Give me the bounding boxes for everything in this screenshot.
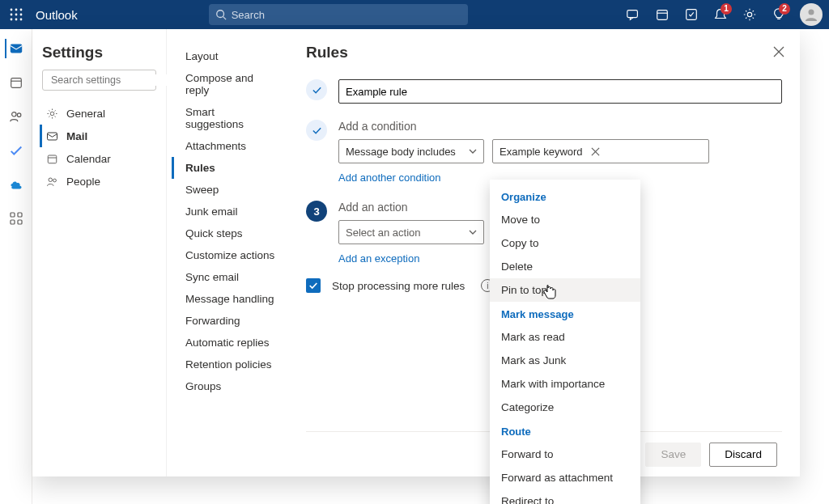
svg-point-6 — [11, 19, 13, 21]
svg-rect-29 — [47, 133, 57, 140]
svg-point-28 — [50, 112, 54, 116]
svg-point-8 — [20, 19, 23, 21]
svg-point-5 — [20, 14, 23, 16]
subnav-customize-actions[interactable]: Customize actions — [172, 244, 287, 266]
svg-line-10 — [223, 17, 226, 20]
chevron-down-icon — [469, 228, 477, 236]
global-search[interactable] — [209, 4, 468, 25]
menu-item-delete[interactable]: Delete — [490, 255, 640, 278]
step-number-badge: 3 — [306, 201, 327, 222]
svg-rect-17 — [10, 44, 21, 53]
close-icon[interactable] — [769, 42, 789, 61]
my-day-icon[interactable] — [677, 0, 706, 29]
step-done-icon — [306, 120, 327, 141]
step-done-icon — [306, 79, 327, 100]
svg-point-16 — [809, 10, 814, 15]
tips-badge: 2 — [779, 3, 790, 15]
subnav-rules[interactable]: Rules — [172, 157, 287, 179]
svg-point-7 — [15, 19, 18, 21]
settings-search[interactable] — [42, 70, 156, 91]
menu-header-mark: Mark message — [490, 302, 640, 325]
add-condition-link[interactable]: Add another condition — [338, 172, 440, 184]
svg-point-21 — [17, 113, 21, 117]
menu-header-organize: Organize — [490, 184, 640, 208]
rail-todo-icon[interactable] — [6, 141, 26, 160]
menu-item-pin-to-top[interactable]: Pin to top — [490, 278, 640, 302]
rule-name-input[interactable] — [338, 79, 782, 104]
svg-rect-12 — [657, 11, 668, 20]
rule-step-name — [306, 79, 782, 104]
menu-item-mark-junk[interactable]: Mark as Junk — [490, 349, 640, 372]
settings-nav-column: Settings General Mail Calendar People — [32, 29, 167, 476]
svg-point-15 — [747, 12, 751, 16]
search-icon — [215, 9, 227, 20]
menu-header-route: Route — [490, 419, 640, 443]
chevron-down-icon — [469, 147, 477, 155]
subnav-automatic-replies[interactable]: Automatic replies — [172, 332, 287, 354]
nav-general[interactable]: General — [40, 102, 156, 125]
rail-calendar-icon[interactable] — [6, 73, 26, 92]
rail-mail-icon[interactable] — [5, 39, 26, 58]
subnav-junk-email[interactable]: Junk email — [172, 201, 287, 222]
subnav-groups[interactable]: Groups — [172, 375, 287, 397]
rail-more-apps-icon[interactable] — [6, 209, 26, 228]
condition-value-chip[interactable]: Example keyword — [492, 139, 709, 163]
subnav-smart-suggestions[interactable]: Smart suggestions — [172, 101, 287, 135]
top-bar: Outlook 1 2 — [0, 0, 829, 29]
settings-title: Settings — [42, 44, 156, 61]
subnav-forwarding[interactable]: Forwarding — [172, 310, 287, 332]
notifications-icon[interactable]: 1 — [706, 0, 735, 29]
menu-item-forward-to[interactable]: Forward to — [490, 443, 640, 466]
remove-chip-icon[interactable] — [591, 147, 604, 156]
subnav-attachments[interactable]: Attachments — [172, 135, 287, 157]
settings-search-input[interactable] — [51, 74, 178, 86]
menu-item-categorize[interactable]: Categorize — [490, 396, 640, 419]
rail-onedrive-icon[interactable] — [6, 175, 26, 194]
action-dropdown[interactable]: Select an action — [338, 220, 484, 244]
svg-point-33 — [53, 179, 56, 182]
svg-rect-22 — [11, 213, 15, 217]
subnav-sync-email[interactable]: Sync email — [172, 266, 287, 288]
menu-item-mark-read[interactable]: Mark as read — [490, 325, 640, 349]
stop-processing-label: Stop processing more rules — [332, 280, 465, 292]
svg-rect-18 — [11, 78, 21, 88]
menu-item-move-to[interactable]: Move to — [490, 208, 640, 231]
menu-item-forward-attachment[interactable]: Forward as attachment — [490, 466, 640, 489]
menu-item-mark-importance[interactable]: Mark with importance — [490, 372, 640, 396]
condition-type-dropdown[interactable]: Message body includes — [338, 139, 484, 163]
rule-step-condition: Add a condition Message body includes Ex… — [306, 120, 782, 184]
svg-point-3 — [11, 14, 13, 16]
brand-label: Outlook — [32, 8, 87, 22]
subnav-sweep[interactable]: Sweep — [172, 179, 287, 201]
settings-modal: Settings General Mail Calendar People La… — [32, 29, 800, 476]
stop-processing-checkbox[interactable] — [306, 278, 321, 293]
settings-gear-icon[interactable] — [735, 0, 764, 29]
panel-title: Rules — [306, 44, 782, 61]
global-search-input[interactable] — [232, 9, 461, 21]
subnav-quick-steps[interactable]: Quick steps — [172, 222, 287, 244]
discard-button[interactable]: Discard — [709, 443, 777, 467]
subnav-layout[interactable]: Layout — [172, 45, 287, 67]
app-launcher-icon[interactable] — [0, 0, 32, 29]
people-icon — [45, 175, 58, 188]
subnav-compose[interactable]: Compose and reply — [172, 67, 287, 101]
rail-people-icon[interactable] — [6, 107, 26, 126]
svg-rect-30 — [48, 155, 57, 163]
menu-item-redirect-to[interactable]: Redirect to — [490, 489, 640, 504]
add-exception-link[interactable]: Add an exception — [338, 252, 419, 265]
svg-point-0 — [11, 9, 13, 11]
subnav-message-handling[interactable]: Message handling — [172, 288, 287, 310]
account-avatar[interactable] — [800, 3, 823, 26]
subnav-retention-policies[interactable]: Retention policies — [172, 354, 287, 375]
tips-icon[interactable]: 2 — [764, 0, 793, 29]
action-dropdown-menu: Organize Move to Copy to Delete Pin to t… — [490, 180, 640, 504]
notifications-badge: 1 — [721, 3, 732, 15]
calendar-day-icon[interactable] — [648, 0, 677, 29]
menu-item-copy-to[interactable]: Copy to — [490, 231, 640, 255]
nav-people[interactable]: People — [40, 170, 156, 193]
teams-chat-icon[interactable] — [619, 0, 648, 29]
nav-mail[interactable]: Mail — [40, 125, 156, 147]
svg-rect-23 — [18, 213, 22, 217]
nav-calendar[interactable]: Calendar — [40, 147, 156, 170]
svg-point-1 — [15, 9, 18, 11]
